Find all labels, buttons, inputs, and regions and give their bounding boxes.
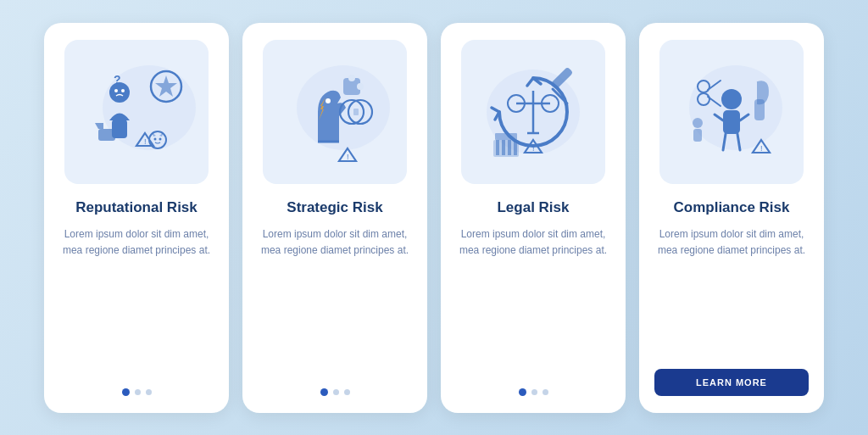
svg-rect-18 xyxy=(353,109,359,115)
dot-3 xyxy=(344,389,350,395)
card-text-legal: Lorem ipsum dolor sit dim amet, mea regi… xyxy=(456,226,610,376)
svg-rect-42 xyxy=(723,110,740,134)
card-text-reputational: Lorem ipsum dolor sit dim amet, mea regi… xyxy=(59,226,214,376)
card-title-reputational: Reputational Risk xyxy=(75,199,198,216)
card-legal-risk: ! Legal Risk Lorem ipsum dolor sit dim a… xyxy=(441,23,626,413)
dots-reputational xyxy=(122,388,152,396)
dot-1 xyxy=(519,388,526,396)
cards-container: ? ! Reputational Risk Lorem ipsum dolor … xyxy=(27,6,841,430)
svg-point-54 xyxy=(693,118,703,128)
svg-rect-35 xyxy=(495,133,517,140)
illustration-strategic-risk: ! xyxy=(263,40,407,184)
svg-point-41 xyxy=(721,89,742,109)
card-text-strategic: Lorem ipsum dolor sit dim amet, mea regi… xyxy=(258,226,412,376)
svg-text:!: ! xyxy=(760,144,763,153)
dot-2 xyxy=(333,389,339,395)
svg-point-15 xyxy=(326,98,331,103)
dot-2 xyxy=(531,389,537,395)
card-title-strategic: Strategic Risk xyxy=(287,199,382,216)
dot-3 xyxy=(542,389,548,395)
svg-point-5 xyxy=(114,89,118,92)
svg-point-12 xyxy=(154,137,157,140)
card-reputational-risk: ? ! Reputational Risk Lorem ipsum dolor … xyxy=(44,23,229,413)
dot-1 xyxy=(320,388,328,396)
card-title-legal: Legal Risk xyxy=(497,199,569,216)
svg-rect-38 xyxy=(508,140,511,155)
svg-text:!: ! xyxy=(532,144,535,153)
dots-strategic xyxy=(320,388,350,396)
svg-point-21 xyxy=(357,83,364,90)
svg-rect-8 xyxy=(98,129,115,141)
svg-text:?: ? xyxy=(114,73,121,86)
svg-text:!: ! xyxy=(144,137,147,146)
illustration-legal-risk: ! xyxy=(461,40,605,184)
card-title-compliance: Compliance Risk xyxy=(674,199,790,216)
card-compliance-risk: ! Compliance Risk Lorem ipsum dolor sit … xyxy=(639,23,824,413)
dots-legal xyxy=(519,388,548,396)
learn-more-button[interactable]: LEARN MORE xyxy=(654,369,809,396)
dot-2 xyxy=(135,389,141,395)
illustration-compliance-risk: ! xyxy=(659,40,804,184)
svg-text:!: ! xyxy=(347,153,349,161)
dot-3 xyxy=(146,389,152,395)
svg-rect-55 xyxy=(693,129,702,142)
svg-rect-39 xyxy=(514,140,517,155)
card-text-compliance: Lorem ipsum dolor sit dim amet, mea regi… xyxy=(654,226,809,357)
dot-1 xyxy=(122,388,130,396)
svg-point-13 xyxy=(159,137,162,140)
svg-point-6 xyxy=(121,89,125,92)
svg-point-20 xyxy=(348,75,355,81)
svg-rect-51 xyxy=(754,99,765,120)
card-strategic-risk: ! Strategic Risk Lorem ipsum dolor sit d… xyxy=(242,23,427,413)
svg-rect-36 xyxy=(496,140,499,155)
illustration-reputational-risk: ? ! xyxy=(64,40,209,184)
svg-rect-37 xyxy=(502,140,505,155)
